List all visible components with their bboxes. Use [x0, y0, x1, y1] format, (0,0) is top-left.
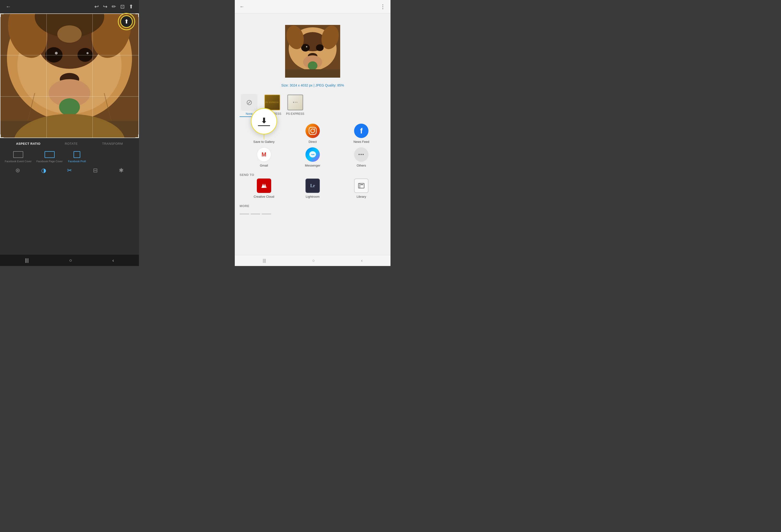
dog-image-svg — [0, 13, 139, 138]
right-topbar: ← ⋮ — [235, 0, 390, 13]
phone-nav-menu[interactable]: ||| — [25, 258, 29, 263]
right-back-button[interactable]: ← — [240, 4, 244, 9]
tool-icon-fix[interactable]: ✱ — [119, 167, 124, 174]
gmail-button[interactable]: M Gmail — [253, 148, 275, 167]
gmail-icon: M — [257, 148, 271, 162]
ps-stamp-2: ✕ P S — [287, 95, 303, 110]
watermark-ps2[interactable]: ✕ P S PS EXPRESS — [286, 94, 305, 117]
annotation-circle: ⬇ — [251, 108, 277, 134]
annotation-underline — [258, 125, 270, 126]
phone-nav-back[interactable]: ‹ — [112, 258, 114, 263]
svg-point-29 — [308, 62, 318, 70]
tool-icon-2[interactable]: ◑ — [41, 167, 46, 174]
direct-button[interactable]: Direct — [302, 124, 323, 144]
creative-cloud-button[interactable]: Creative Cloud — [253, 178, 275, 198]
share-section-wrapper: ⬇ ⬇ Save to Gallery — [235, 124, 390, 167]
lightroom-icon: Lr — [305, 178, 320, 193]
back-button[interactable]: ← — [6, 4, 11, 10]
svg-rect-35 — [358, 183, 364, 188]
tool-icon-crop[interactable]: ✂ — [67, 167, 72, 174]
right-phone-nav-back[interactable]: ‹ — [361, 258, 363, 263]
ps-stamp-2-content: ✕ P S — [293, 101, 297, 104]
right-panel: ← ⋮ — [235, 0, 390, 266]
others-button[interactable]: ••• Others — [351, 148, 372, 167]
svg-rect-30 — [285, 69, 340, 78]
creative-cloud-icon — [257, 178, 271, 193]
more-dot-2 — [251, 213, 260, 214]
share-row-1: ⬇ ⬇ Save to Gallery — [240, 124, 386, 144]
send-to-header: SEND TO — [235, 171, 390, 178]
more-section — [235, 210, 390, 218]
share-button[interactable]: ⬆ — [129, 4, 133, 10]
cc-logo — [259, 181, 269, 190]
svg-rect-37 — [361, 184, 363, 185]
lr-text-icon: Lr — [310, 183, 315, 188]
bottom-toolbar: ASPECT RATIO ROTATE TRANSFORM Facebook E… — [0, 138, 139, 178]
others-icon: ••• — [354, 148, 368, 162]
gmail-label: Gmail — [260, 164, 268, 167]
toolbar-tabs: ASPECT RATIO ROTATE TRANSFORM — [0, 141, 139, 147]
library-button[interactable]: Library — [351, 178, 372, 198]
news-feed-button[interactable]: f News Feed — [351, 124, 372, 144]
share-section: ⬇ ⬇ Save to Gallery — [235, 124, 390, 167]
svg-point-24 — [306, 46, 307, 47]
aspect-option-page[interactable]: Facebook Page Cover — [36, 151, 63, 163]
watermark-ps2-icon-box: ✕ P S — [287, 94, 303, 111]
messenger-icon — [305, 148, 320, 162]
undo-button[interactable]: ↩ — [94, 4, 99, 10]
annotation-arrow — [264, 134, 264, 139]
right-more-button[interactable]: ⋮ — [380, 3, 386, 10]
image-info: Size: 3024 x 4032 px | JPEG Quality: 85% — [235, 83, 390, 87]
svg-rect-31 — [309, 127, 316, 134]
right-phone-nav-menu[interactable]: ||| — [263, 258, 266, 263]
phone-nav-home[interactable]: ○ — [69, 258, 72, 263]
gmail-m-icon: M — [261, 151, 266, 158]
watermark-none-label: None — [246, 112, 253, 116]
aspect-rect-page-icon — [45, 151, 55, 158]
edit-button[interactable]: ✏ — [112, 4, 116, 10]
right-phone-nav-home[interactable]: ○ — [313, 258, 315, 263]
svg-point-23 — [316, 44, 324, 51]
no-watermark-icon: ⊘ — [246, 98, 252, 107]
redo-button[interactable]: ↪ — [103, 4, 107, 10]
tool-icon-adjust[interactable]: ⊟ — [93, 167, 98, 174]
lightroom-button[interactable]: Lr Lightroom — [302, 178, 323, 198]
rotate-tab[interactable]: ROTATE — [63, 141, 80, 147]
share-icon: ⬆ — [124, 18, 129, 25]
share-row-2: M Gmail Messenger — [240, 148, 386, 167]
aspect-label-page: Facebook Page Cover — [36, 160, 63, 163]
aspect-option-event[interactable]: Facebook Event Cover — [5, 151, 32, 163]
svg-point-32 — [311, 129, 315, 133]
left-phone-nav: ||| ○ ‹ — [0, 255, 139, 266]
messenger-button[interactable]: Messenger — [302, 148, 323, 167]
direct-icon — [305, 124, 320, 138]
svg-point-4 — [45, 47, 63, 63]
save-gallery-label: Save to Gallery — [253, 140, 275, 144]
svg-point-33 — [314, 128, 315, 129]
transform-tab[interactable]: TRANSFORM — [100, 141, 125, 147]
aspect-rect-wide-icon — [13, 151, 23, 158]
svg-point-14 — [57, 26, 82, 43]
preview-image — [285, 25, 340, 78]
watermark-none-icon-box: ⊘ — [241, 94, 257, 111]
library-logo — [358, 182, 365, 190]
messenger-label: Messenger — [305, 164, 320, 167]
size-value: 3024 x 4032 px — [290, 83, 313, 87]
svg-point-34 — [309, 151, 316, 157]
library-icon — [354, 178, 368, 193]
svg-point-12 — [59, 98, 80, 116]
aspect-ratio-tab[interactable]: ASPECT RATIO — [14, 141, 42, 147]
dog-photo — [0, 13, 139, 138]
lightroom-label: Lightroom — [306, 195, 320, 198]
others-dots-icon: ••• — [358, 152, 364, 157]
topbar-icons: ↩ ↪ ✏ ⊡ ⬆ — [94, 4, 133, 10]
svg-point-7 — [86, 52, 89, 54]
library-label: Library — [357, 195, 366, 198]
crop-button[interactable]: ⊡ — [120, 4, 125, 10]
tool-icon-1[interactable]: ⊛ — [15, 167, 20, 174]
share-circle-button[interactable]: ⬆ — [120, 15, 133, 28]
aspect-options: Facebook Event Cover Facebook Page Cover… — [0, 149, 139, 165]
right-content: Size: 3024 x 4032 px | JPEG Quality: 85%… — [235, 13, 390, 255]
aspect-option-profile[interactable]: Facebook Profi — [67, 151, 86, 163]
news-feed-label: News Feed — [354, 140, 369, 144]
